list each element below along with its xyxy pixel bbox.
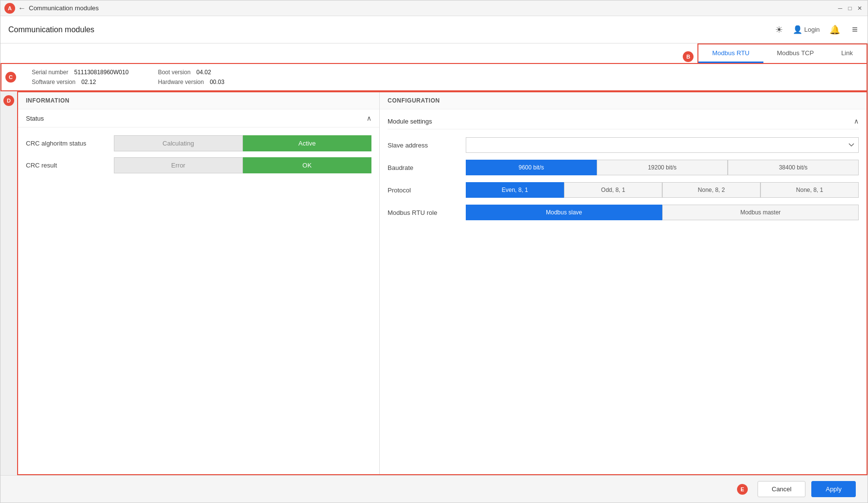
- baudrate-row: Baudrate 9600 bit/s 19200 bit/s 38400 bi…: [388, 160, 859, 175]
- slave-address-select[interactable]: [466, 137, 859, 153]
- crc-algorithm-calculating-btn: Calculating: [114, 135, 243, 151]
- bell-icon: 🔔: [829, 24, 840, 35]
- protocol-none-8-1-btn[interactable]: None, 8, 1: [760, 182, 859, 198]
- software-version-value: 02.12: [81, 79, 96, 85]
- titlebar: A ← Communication modules ─ □ ✕: [0, 0, 868, 16]
- light-icon: ☀: [775, 24, 783, 35]
- configuration-panel: CONFIGURATION Module settings ∧ Slave ad…: [380, 92, 867, 474]
- serial-number-row: Serial number 511130818960W010: [32, 69, 129, 76]
- protocol-label: Protocol: [388, 187, 466, 194]
- device-info-panel: Serial number 511130818960W010 Software …: [20, 64, 867, 90]
- baudrate-9600-btn[interactable]: 9600 bit/s: [466, 160, 597, 175]
- hardware-version-value: 00.03: [210, 79, 224, 85]
- footer-badge-wrapper: E: [737, 484, 748, 495]
- header-toolbar: Communication modules ☀ 👤 Login 🔔 ≡: [0, 16, 868, 43]
- slave-address-row: Slave address: [388, 137, 859, 153]
- tab-modbus-rtu[interactable]: Modbus RTU: [698, 44, 763, 63]
- crc-result-buttons: Error OK: [114, 157, 371, 173]
- status-title: Status: [26, 115, 44, 122]
- boot-version-row: Boot version 04.02: [158, 69, 224, 76]
- crc-algorithm-label: CRC alghoritm status: [26, 140, 114, 147]
- login-button[interactable]: 👤 Login: [793, 25, 820, 34]
- crc-result-label: CRC result: [26, 162, 114, 169]
- information-panel: INFORMATION Status ∧ CRC alghoritm statu…: [18, 92, 380, 474]
- tab-modbus-tcp[interactable]: Modbus TCP: [763, 44, 828, 63]
- tabs-badge-wrapper: B: [683, 51, 694, 62]
- serial-number-label: Serial number: [32, 69, 68, 76]
- section-badge-e: E: [737, 484, 748, 495]
- app-window: A ← Communication modules ─ □ ✕ Communic…: [0, 0, 868, 503]
- boot-version-label: Boot version: [158, 69, 191, 76]
- status-section-header[interactable]: Status ∧: [18, 109, 379, 127]
- module-settings-title: Module settings: [388, 118, 432, 125]
- slave-address-label: Slave address: [388, 142, 466, 149]
- tabs-container: Modbus RTU Modbus TCP Link: [697, 43, 868, 63]
- section-badge-b: B: [683, 51, 694, 62]
- modbus-rtu-role-row: Modbus RTU role Modbus slave Modbus mast…: [388, 205, 859, 220]
- status-section-content: CRC alghoritm status Calculating Active …: [18, 127, 379, 187]
- header-right: ☀ 👤 Login 🔔 ≡: [773, 22, 860, 37]
- hardware-version-label: Hardware version: [158, 79, 204, 85]
- boot-version-value: 04.02: [196, 69, 211, 76]
- baudrate-19200-btn[interactable]: 19200 bit/s: [597, 160, 728, 175]
- header-title: Communication modules: [8, 25, 94, 34]
- main-content: C Serial number 511130818960W010 Softwar…: [0, 63, 868, 475]
- header-left: Communication modules: [8, 25, 94, 34]
- configuration-panel-header: CONFIGURATION: [380, 92, 867, 109]
- baudrate-control: 9600 bit/s 19200 bit/s 38400 bit/s: [466, 160, 859, 175]
- info-group-left: Serial number 511130818960W010 Software …: [32, 69, 129, 85]
- protocol-odd-8-1-btn[interactable]: Odd, 8, 1: [564, 182, 662, 198]
- app-badge-a: A: [4, 3, 15, 14]
- crc-algorithm-status-row: CRC alghoritm status Calculating Active: [26, 135, 371, 151]
- close-button[interactable]: ✕: [856, 4, 864, 12]
- serial-number-value: 511130818960W010: [74, 69, 129, 76]
- titlebar-controls: ─ □ ✕: [836, 4, 864, 12]
- modbus-rtu-role-control: Modbus slave Modbus master: [466, 205, 859, 220]
- hardware-version-row: Hardware version 00.03: [158, 79, 224, 85]
- module-settings-chevron-icon: ∧: [854, 117, 859, 125]
- hamburger-icon: ≡: [852, 24, 858, 35]
- baudrate-label: Baudrate: [388, 164, 466, 171]
- protocol-none-8-2-btn[interactable]: None, 8, 2: [662, 182, 760, 198]
- info-group-right: Boot version 04.02 Hardware version 00.0…: [158, 69, 224, 85]
- panels-area: INFORMATION Status ∧ CRC alghoritm statu…: [17, 91, 868, 475]
- maximize-button[interactable]: □: [846, 4, 854, 12]
- module-settings-header: Module settings ∧: [388, 117, 859, 129]
- back-arrow-icon: ←: [18, 4, 26, 13]
- device-info-badge-wrapper: C: [1, 64, 20, 90]
- crc-result-error-btn: Error: [114, 157, 243, 173]
- protocol-row: Protocol Even, 8, 1 Odd, 8, 1 None, 8, 2…: [388, 182, 859, 198]
- software-version-row: Software version 02.12: [32, 79, 129, 85]
- panels-badge-wrapper: D: [0, 91, 17, 475]
- light-icon-button[interactable]: ☀: [773, 22, 785, 37]
- footer: E Cancel Apply: [0, 475, 868, 503]
- window-title: Communication modules: [29, 4, 99, 12]
- minimize-button[interactable]: ─: [836, 4, 844, 12]
- login-label: Login: [804, 26, 820, 33]
- modbus-rtu-role-label: Modbus RTU role: [388, 209, 466, 216]
- titlebar-left: A ← Communication modules: [4, 3, 99, 14]
- software-version-label: Software version: [32, 79, 75, 85]
- chevron-up-icon: ∧: [367, 114, 371, 122]
- crc-result-row: CRC result Error OK: [26, 157, 371, 173]
- protocol-even-8-1-btn[interactable]: Even, 8, 1: [466, 182, 564, 198]
- cancel-button[interactable]: Cancel: [758, 481, 805, 497]
- modbus-slave-btn[interactable]: Modbus slave: [466, 205, 662, 220]
- crc-algorithm-active-btn: Active: [243, 135, 372, 151]
- apply-button[interactable]: Apply: [811, 481, 856, 497]
- baudrate-38400-btn[interactable]: 38400 bit/s: [728, 160, 859, 175]
- section-badge-c: C: [5, 72, 16, 83]
- slave-address-control: [466, 137, 859, 153]
- tab-link[interactable]: Link: [827, 44, 867, 63]
- protocol-control: Even, 8, 1 Odd, 8, 1 None, 8, 2 None, 8,…: [466, 182, 859, 198]
- section-badge-d: D: [3, 95, 14, 106]
- crc-algorithm-buttons: Calculating Active: [114, 135, 371, 151]
- module-settings-section: Module settings ∧ Slave address: [380, 109, 867, 235]
- bell-button[interactable]: 🔔: [827, 22, 842, 37]
- information-panel-header: INFORMATION: [18, 92, 379, 109]
- modbus-master-btn[interactable]: Modbus master: [662, 205, 859, 220]
- menu-button[interactable]: ≡: [850, 22, 860, 37]
- person-icon: 👤: [793, 25, 803, 34]
- crc-result-ok-btn: OK: [243, 157, 372, 173]
